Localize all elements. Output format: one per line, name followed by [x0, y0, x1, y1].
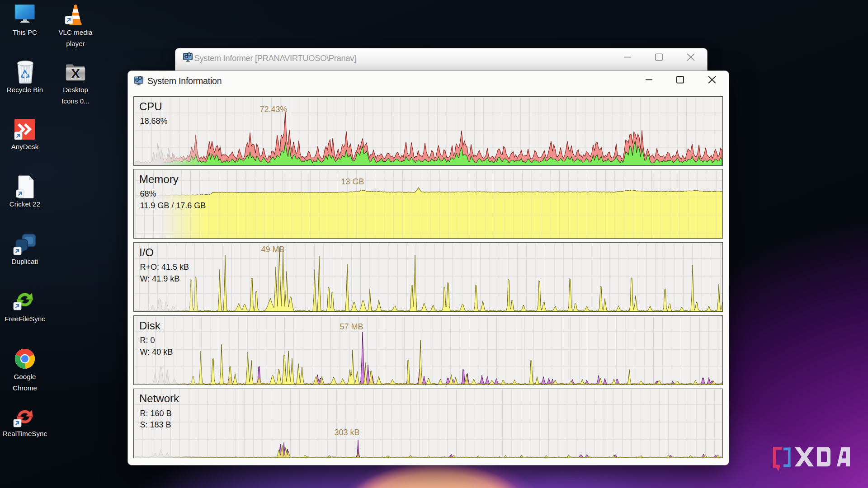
svg-text:X: X	[71, 66, 80, 81]
